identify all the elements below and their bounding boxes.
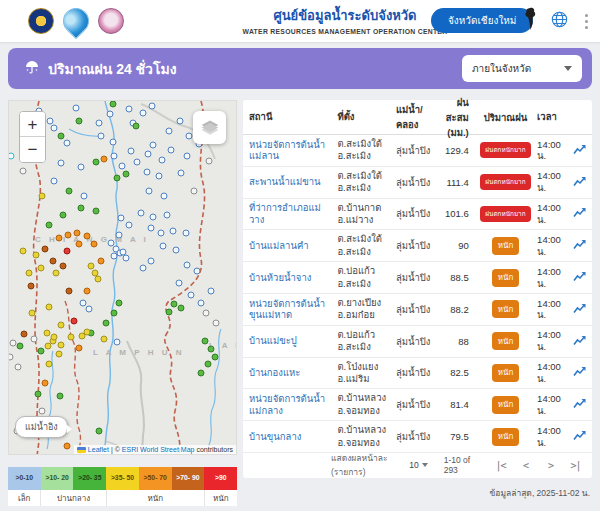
- province-button[interactable]: จังหวัดเชียงใหม่: [431, 8, 533, 33]
- station-marker[interactable]: [146, 188, 153, 195]
- station-marker[interactable]: [126, 106, 133, 113]
- station-marker[interactable]: [56, 351, 63, 358]
- station-marker[interactable]: [107, 111, 114, 118]
- station-marker[interactable]: [57, 393, 64, 400]
- station-marker[interactable]: [208, 346, 215, 353]
- station-marker[interactable]: [81, 193, 88, 200]
- station-marker[interactable]: [111, 253, 118, 260]
- station-link[interactable]: หน่วยจัดการต้นน้ำแม่กลาง: [249, 393, 325, 416]
- station-marker[interactable]: [178, 170, 185, 177]
- station-marker[interactable]: [66, 288, 73, 295]
- station-marker[interactable]: [116, 232, 123, 239]
- station-marker[interactable]: [123, 171, 130, 178]
- station-link[interactable]: บ้านขุนกลาง: [249, 431, 301, 442]
- station-marker[interactable]: [166, 309, 173, 316]
- last-page-button[interactable]: >|: [563, 455, 588, 475]
- station-marker[interactable]: [78, 205, 85, 212]
- station-marker[interactable]: [76, 241, 83, 248]
- chart-icon[interactable]: [569, 176, 586, 189]
- station-marker[interactable]: [46, 304, 53, 311]
- station-link[interactable]: สะพานน้ำแม่ขาน: [249, 176, 321, 187]
- station-marker[interactable]: [110, 139, 117, 146]
- station-marker[interactable]: [168, 147, 175, 154]
- station-marker[interactable]: [111, 310, 118, 317]
- globe-icon[interactable]: [551, 11, 568, 32]
- station-marker[interactable]: [148, 258, 155, 265]
- station-marker[interactable]: [208, 288, 215, 295]
- chart-icon[interactable]: [569, 144, 586, 157]
- station-marker[interactable]: [93, 159, 100, 166]
- station-marker[interactable]: [138, 210, 145, 217]
- station-marker[interactable]: [184, 262, 191, 269]
- chart-icon[interactable]: [569, 207, 586, 220]
- station-marker[interactable]: [64, 140, 71, 147]
- station-marker[interactable]: [103, 320, 110, 327]
- station-marker[interactable]: [66, 188, 73, 195]
- station-marker[interactable]: [60, 212, 67, 219]
- station-marker[interactable]: [95, 276, 102, 283]
- station-marker[interactable]: [64, 248, 71, 255]
- station-marker[interactable]: [164, 212, 171, 219]
- station-link[interactable]: บ้านกองแหะ: [249, 367, 300, 378]
- station-marker[interactable]: [186, 133, 193, 140]
- first-page-button[interactable]: |<: [488, 455, 513, 475]
- station-marker[interactable]: [73, 105, 80, 112]
- station-marker[interactable]: [184, 153, 191, 160]
- station-marker[interactable]: [42, 380, 49, 387]
- station-marker[interactable]: [84, 329, 91, 336]
- next-page-button[interactable]: >: [538, 455, 563, 475]
- station-marker[interactable]: [78, 164, 85, 171]
- station-marker[interactable]: [148, 225, 155, 232]
- station-marker[interactable]: [198, 370, 205, 377]
- esri-link[interactable]: ESRI World Street Map: [122, 446, 195, 453]
- zoom-out-button[interactable]: −: [20, 137, 45, 162]
- station-marker[interactable]: [76, 345, 83, 352]
- station-marker[interactable]: [178, 305, 185, 312]
- station-marker[interactable]: [213, 320, 220, 327]
- station-marker[interactable]: [205, 361, 212, 368]
- station-marker[interactable]: [119, 163, 126, 170]
- station-marker[interactable]: [145, 151, 152, 158]
- per-page-select[interactable]: 10: [409, 460, 427, 470]
- station-marker[interactable]: [156, 173, 163, 180]
- station-marker[interactable]: [101, 156, 108, 163]
- station-marker[interactable]: [71, 318, 78, 325]
- station-marker[interactable]: [194, 268, 201, 275]
- station-marker[interactable]: [160, 243, 167, 250]
- leaflet-link[interactable]: Leaflet: [88, 446, 109, 453]
- station-marker[interactable]: [35, 391, 42, 398]
- station-marker[interactable]: [31, 336, 38, 343]
- zoom-in-button[interactable]: +: [20, 112, 45, 137]
- chart-icon[interactable]: [569, 303, 586, 316]
- station-marker[interactable]: [39, 193, 46, 200]
- station-marker[interactable]: [21, 331, 28, 338]
- station-marker[interactable]: [20, 248, 27, 255]
- station-marker[interactable]: [60, 263, 67, 270]
- station-marker[interactable]: [53, 270, 60, 277]
- station-marker[interactable]: [84, 288, 91, 295]
- station-marker[interactable]: [56, 235, 63, 242]
- station-marker[interactable]: [15, 364, 22, 371]
- station-marker[interactable]: [126, 222, 133, 229]
- station-marker[interactable]: [46, 222, 53, 229]
- station-marker[interactable]: [58, 133, 65, 140]
- chart-icon[interactable]: [569, 239, 586, 252]
- station-marker[interactable]: [161, 193, 168, 200]
- station-marker[interactable]: [17, 343, 24, 350]
- station-marker[interactable]: [91, 241, 98, 248]
- station-marker[interactable]: [51, 125, 58, 132]
- station-marker[interactable]: [116, 300, 123, 307]
- prev-page-button[interactable]: <: [513, 455, 538, 475]
- station-marker[interactable]: [212, 354, 219, 361]
- station-marker[interactable]: [50, 258, 57, 265]
- station-marker[interactable]: [26, 270, 33, 277]
- station-marker[interactable]: [123, 255, 130, 262]
- station-marker[interactable]: [202, 338, 209, 345]
- station-marker[interactable]: [39, 408, 46, 415]
- station-marker[interactable]: [96, 120, 103, 127]
- station-marker[interactable]: [140, 110, 147, 117]
- station-marker[interactable]: [10, 340, 17, 347]
- station-marker[interactable]: [68, 334, 75, 341]
- station-marker[interactable]: [140, 265, 147, 272]
- station-marker[interactable]: [38, 348, 45, 355]
